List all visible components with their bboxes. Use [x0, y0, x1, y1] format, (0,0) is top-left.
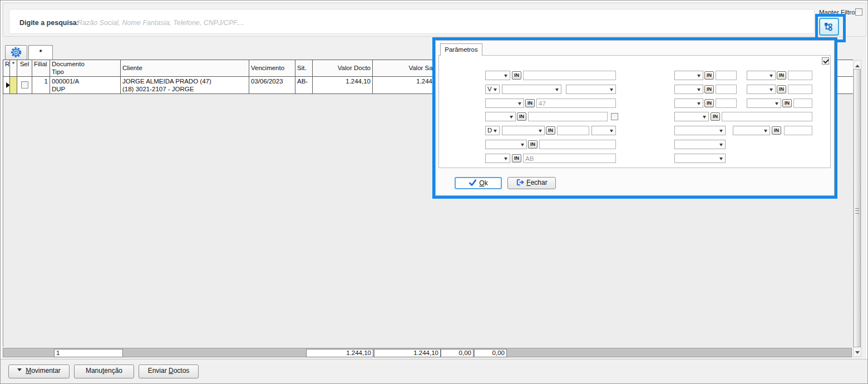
row-filial-cell: 1 — [32, 77, 50, 93]
tab-asterisk[interactable]: * — [28, 45, 53, 60]
documento-input[interactable] — [557, 126, 589, 135]
row-valor-docto-cell: 1.244,10 — [313, 77, 373, 93]
carteira-in-button[interactable]: IN — [777, 71, 786, 80]
check-ok-icon — [468, 179, 477, 187]
carteira-op-select[interactable] — [747, 71, 776, 80]
row-marker-icon — [6, 82, 10, 88]
conta-cx-in-button[interactable]: IN — [711, 112, 720, 121]
fechar-button[interactable]: Fechar — [507, 177, 556, 189]
bandeira-in-button[interactable]: IN — [777, 85, 786, 93]
conta-cx-input[interactable] — [722, 112, 812, 121]
documento-suffix-select[interactable] — [591, 126, 616, 135]
search-input[interactable]: Digite a pesquisa: Razão Social, Nome Fa… — [9, 9, 815, 34]
parametros-dialog: Parâmetros Manter Filtros Filial IN Venc… — [435, 40, 835, 196]
row-tipo: DUP — [52, 85, 119, 93]
search-panel: Digite a pesquisa: Razão Social, Nome Fa… — [3, 3, 866, 37]
movimentar-button[interactable]: Movimentar — [8, 365, 70, 378]
app-window: Digite a pesquisa: Razão Social, Nome Fa… — [0, 0, 868, 384]
scroll-down-button[interactable] — [854, 348, 861, 356]
filter-button[interactable] — [819, 18, 839, 36]
cliente-op-select[interactable] — [485, 99, 524, 108]
documento-op-select[interactable]: D — [485, 126, 500, 135]
col-header-vencimento[interactable]: Vencimento — [249, 60, 295, 76]
tipo-doc-checkbox[interactable] — [611, 113, 618, 120]
conta-cx-op-select[interactable] — [674, 112, 709, 121]
row-cliente-cell: JORGE ALMEIDA PRADO (47) (18) 3021-2107 … — [121, 77, 249, 93]
manutencao-button[interactable]: Manutenção — [74, 365, 134, 378]
situacao-input[interactable]: AB — [523, 154, 616, 163]
col-header-filial[interactable]: Filial — [32, 60, 50, 76]
summary-value-4: 0,00 — [474, 349, 507, 357]
representante-in-button[interactable]: IN — [528, 140, 537, 149]
hist-op-select[interactable] — [674, 99, 703, 108]
col-header-documento[interactable]: Documento Tipo — [50, 60, 121, 76]
data-cx-select[interactable] — [674, 126, 726, 135]
filial-in-button[interactable]: IN — [512, 71, 521, 80]
hist-in-button[interactable]: IN — [704, 99, 714, 107]
summary-valor-saldo: 1.244,10 — [374, 349, 441, 357]
fpagto-input[interactable] — [716, 85, 737, 94]
doc-ctr-select[interactable] — [674, 154, 726, 163]
dropdown-arrow-icon — [17, 368, 22, 373]
fpagto-in-button[interactable]: IN — [704, 85, 714, 93]
situacao-in-button[interactable]: IN — [512, 154, 521, 163]
grid-settings-button[interactable] — [5, 45, 27, 60]
arrow-down-icon — [855, 351, 860, 356]
scroll-up-button[interactable] — [854, 61, 861, 69]
row-sel-cell — [17, 77, 32, 93]
scrollbar-thumb[interactable] — [854, 69, 861, 347]
tipo-doc-in-button[interactable]: IN — [517, 112, 526, 121]
carteira-input[interactable] — [788, 71, 812, 80]
row-sit-cell: AB- — [295, 77, 313, 93]
classif-in-button[interactable]: IN — [782, 99, 792, 107]
seq-cx-input[interactable] — [784, 126, 812, 135]
portador-in-button[interactable]: IN — [704, 71, 714, 80]
cliente-input[interactable]: 47 — [536, 99, 616, 108]
hist-input[interactable] — [716, 99, 737, 108]
portador-op-select[interactable] — [674, 71, 703, 80]
enviar-doctos-button[interactable]: Enviar Doctos — [139, 365, 199, 378]
cliente-in-button[interactable]: IN — [525, 99, 535, 107]
search-placeholder: Razão Social, Nome Fantasia, Telefone, C… — [77, 19, 244, 27]
manter-filtros-dialog-checkbox[interactable] — [822, 57, 829, 65]
bandeira-op-select[interactable] — [747, 85, 776, 94]
summary-bar: 1 1.244,10 1.244,10 0,00 0,00 — [3, 348, 852, 357]
footer-panel: Movimentar Manutenção Enviar Doctos Pain… — [1, 359, 868, 384]
classif-input[interactable] — [793, 99, 812, 108]
representante-op-select[interactable] — [485, 140, 527, 149]
data-base-select[interactable] — [674, 140, 726, 149]
col-header-cliente[interactable]: Cliente — [121, 60, 249, 76]
situacao-op-select[interactable] — [485, 154, 510, 163]
bandeira-input[interactable] — [788, 85, 812, 94]
tipo-doc-op-select[interactable] — [485, 112, 516, 121]
manter-filtros-top-checkbox[interactable] — [855, 8, 862, 16]
col-header-star[interactable]: * — [10, 60, 17, 76]
vencimento-op-select[interactable]: V — [485, 85, 500, 94]
portador-input[interactable] — [716, 71, 737, 80]
row-vencimento-cell: 03/06/2023 — [249, 77, 295, 93]
vertical-scrollbar[interactable] — [853, 60, 861, 357]
tab-parametros[interactable]: Parâmetros — [440, 43, 482, 56]
row-select-checkbox[interactable] — [21, 81, 28, 88]
representante-input[interactable] — [539, 140, 616, 149]
col-header-sit[interactable]: Sit. — [295, 60, 313, 76]
tipo-doc-input[interactable] — [528, 112, 608, 121]
fpagto-op-select[interactable] — [674, 85, 703, 94]
col-header-r[interactable]: R — [3, 60, 10, 76]
col-header-valor-docto[interactable]: Valor Docto — [313, 60, 373, 76]
vencimento-to-select[interactable] — [566, 85, 616, 94]
col-header-sel[interactable]: Sel — [17, 60, 32, 76]
thumb-grip-icon — [855, 208, 859, 214]
filial-op-select[interactable] — [485, 71, 510, 80]
ok-button[interactable]: Ok — [455, 177, 502, 189]
vencimento-from-select[interactable] — [502, 85, 561, 94]
seq-cx-in-button[interactable]: IN — [772, 126, 781, 135]
classif-op-select[interactable] — [747, 99, 781, 108]
dialog-highlight: Parâmetros Manter Filtros Filial IN Venc… — [432, 37, 837, 199]
documento-type-select[interactable] — [502, 126, 545, 135]
documento-in-button[interactable]: IN — [546, 126, 555, 135]
filial-input[interactable] — [523, 71, 616, 80]
row-documento: 000001/A — [52, 77, 119, 85]
seq-cx-op-select[interactable] — [733, 126, 770, 135]
row-cliente-nome: JORGE ALMEIDA PRADO (47) — [122, 77, 247, 85]
